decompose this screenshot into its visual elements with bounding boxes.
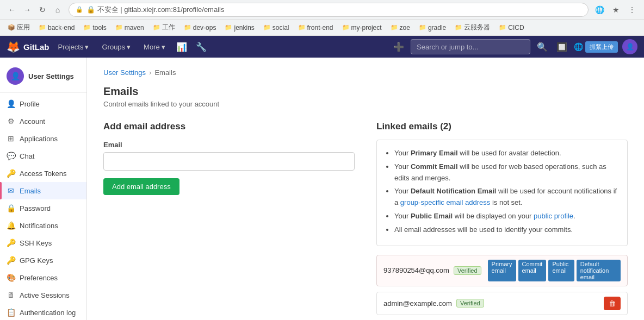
sidebar-avatar: 👤 — [7, 67, 24, 85]
security-icon: 🔒 — [76, 6, 83, 13]
sidebar-item-preferences[interactable]: 🎨 Preferences — [0, 269, 86, 286]
bookmark-cloud[interactable]: 📁 云服务器 — [451, 22, 493, 33]
browser-actions: 🌐 ★ ⋮ — [593, 3, 639, 16]
search-button[interactable]: 🔍 — [535, 39, 550, 54]
projects-chevron-icon: ▾ — [85, 43, 89, 51]
projects-label: Projects — [58, 43, 84, 51]
sidebar-username: User Settings — [28, 72, 74, 80]
email-row-admin: admin@example.com Verified 🗑 — [376, 292, 628, 315]
bookmark-social[interactable]: 📁 social — [260, 23, 293, 33]
bookmark-gradle-label: gradle — [428, 24, 446, 32]
badge-public-email: Public email — [548, 260, 574, 281]
sidebar-item-notifications[interactable]: 🔔 Notifications — [0, 217, 86, 234]
bookmark-icon[interactable]: ★ — [609, 3, 622, 16]
bookmark-social-label: social — [273, 24, 289, 32]
email-input[interactable] — [103, 152, 355, 171]
page-title: Emails — [103, 85, 628, 98]
emails-icon: ✉ — [7, 186, 15, 195]
folder-icon: 📁 — [153, 24, 160, 31]
forward-button[interactable]: → — [21, 3, 34, 16]
translate-icon[interactable]: 🌐 — [593, 3, 606, 16]
translate-flag: 🌐 — [574, 42, 583, 51]
delete-email-button[interactable]: 🗑 — [604, 297, 621, 310]
add-email-button[interactable]: Add email address — [103, 178, 179, 195]
sidebar-label-access-tokens: Access Tokens — [20, 170, 66, 178]
sidebar-label-notifications: Notifications — [20, 222, 58, 230]
sidebar-item-applications[interactable]: ⊞ Applications — [0, 130, 86, 147]
menu-icon[interactable]: ⋮ — [626, 3, 639, 16]
folder-icon: 📁 — [419, 24, 426, 31]
gitlab-fox-icon: 🦊 — [7, 40, 20, 53]
linked-emails-section: Linked emails (2) Your Primary Email wil… — [376, 121, 628, 320]
code-button[interactable]: 🔧 — [194, 39, 209, 54]
email-address-admin: admin@example.com — [383, 299, 452, 308]
folder-icon: 📁 — [298, 24, 306, 31]
bookmark-backend[interactable]: 📁 back-end — [35, 23, 78, 33]
sidebar-item-chat[interactable]: 💬 Chat — [0, 147, 86, 165]
sidebar-item-password[interactable]: 🔒 Password — [0, 199, 86, 217]
sidebar-item-ssh-keys[interactable]: 🔑 SSH Keys — [0, 234, 86, 252]
translate-button[interactable]: 抓紧上传 — [585, 41, 618, 53]
search-input[interactable] — [411, 39, 530, 54]
sidebar-item-profile[interactable]: 👤 Profile — [0, 95, 86, 112]
more-nav-button[interactable]: More ▾ — [139, 41, 170, 53]
groups-label: Groups — [102, 43, 125, 51]
email-address-primary: 937890254@qq.com — [383, 266, 449, 274]
url-bar[interactable]: 🔒 🔒 不安全 | gitlab.xiejr.com:81/profile/em… — [69, 3, 589, 17]
primary-email-badges: Primary email Commit email Public email … — [488, 260, 621, 281]
sidebar-label-ssh-keys: SSH Keys — [20, 239, 52, 247]
groups-chevron-icon: ▾ — [127, 43, 131, 51]
home-button[interactable]: ⌂ — [51, 3, 64, 16]
email-field-label: Email — [103, 141, 355, 149]
apps-icon: 📦 — [8, 24, 15, 31]
verified-badge-primary: Verified — [454, 266, 481, 275]
bookmark-tools[interactable]: 📁 tools — [80, 23, 109, 33]
stats-button[interactable]: 📊 — [174, 39, 189, 54]
notifications-icon: 🔔 — [7, 221, 15, 230]
sidebar-item-access-tokens[interactable]: 🔑 Access Tokens — [0, 165, 86, 182]
sidebar-item-auth-log[interactable]: 📋 Authentication log — [0, 304, 86, 320]
bookmark-devops[interactable]: 📁 dev-ops — [181, 23, 220, 33]
bookmark-work[interactable]: 📁 工作 — [150, 22, 178, 33]
add-email-title: Add email address — [103, 121, 355, 132]
bookmark-jenkins[interactable]: 📁 jenkins — [221, 23, 257, 33]
back-button[interactable]: ← — [5, 3, 18, 16]
sidebar-item-gpg-keys[interactable]: 🔑 GPG Keys — [0, 252, 86, 269]
groups-nav-button[interactable]: Groups ▾ — [97, 41, 135, 53]
chat-icon: 💬 — [7, 152, 15, 160]
breadcrumb-parent-link[interactable]: User Settings — [103, 68, 146, 77]
info-item-all: All email addresses will be used to iden… — [394, 224, 618, 236]
sidebar-label-preferences: Preferences — [20, 274, 58, 282]
bookmark-maven[interactable]: 📁 maven — [112, 23, 147, 33]
public-profile-link[interactable]: public profile — [534, 212, 573, 220]
add-email-section: Add email address Email Add email addres… — [103, 121, 355, 320]
gitlab-logo[interactable]: 🦊 GitLab — [7, 40, 49, 53]
bookmark-frontend[interactable]: 📁 front-end — [295, 23, 337, 33]
reload-button[interactable]: ↻ — [36, 3, 49, 16]
folder-icon: 📁 — [499, 24, 506, 31]
bookmark-maven-label: maven — [125, 24, 144, 32]
preferences-icon: 🎨 — [7, 273, 15, 282]
folder-icon: 📁 — [83, 24, 91, 31]
sidebar-item-account[interactable]: ⚙ Account — [0, 112, 86, 130]
sidebar-label-auth-log: Authentication log — [20, 309, 76, 317]
bookmark-cicd[interactable]: 📁 CICD — [496, 23, 527, 33]
bookmark-myproject-label: my-project — [351, 24, 382, 32]
bookmark-gradle[interactable]: 📁 gradle — [416, 23, 449, 33]
bookmark-frontend-label: front-end — [307, 24, 333, 32]
bookmark-cicd-label: CICD — [508, 24, 524, 32]
group-email-link[interactable]: group-specific email address — [400, 198, 490, 206]
projects-nav-button[interactable]: Projects ▾ — [54, 41, 94, 53]
bookmark-apps[interactable]: 📦 应用 — [4, 22, 33, 33]
applications-icon: ⊞ — [7, 134, 15, 143]
plus-button[interactable]: ➕ — [391, 39, 406, 54]
bookmark-cloud-label: 云服务器 — [464, 23, 490, 32]
sidebar-item-emails[interactable]: ✉ Emails — [0, 182, 86, 199]
issues-button[interactable]: 🔲 — [554, 39, 569, 54]
access-tokens-icon: 🔑 — [7, 169, 15, 178]
info-item-public: Your Public Email will be displayed on y… — [394, 211, 618, 222]
user-avatar[interactable]: 👤 — [622, 39, 637, 54]
sidebar-item-active-sessions[interactable]: 🖥 Active Sessions — [0, 286, 86, 304]
bookmark-zoe[interactable]: 📁 zoe — [387, 23, 413, 33]
bookmark-myproject[interactable]: 📁 my-project — [339, 23, 385, 33]
